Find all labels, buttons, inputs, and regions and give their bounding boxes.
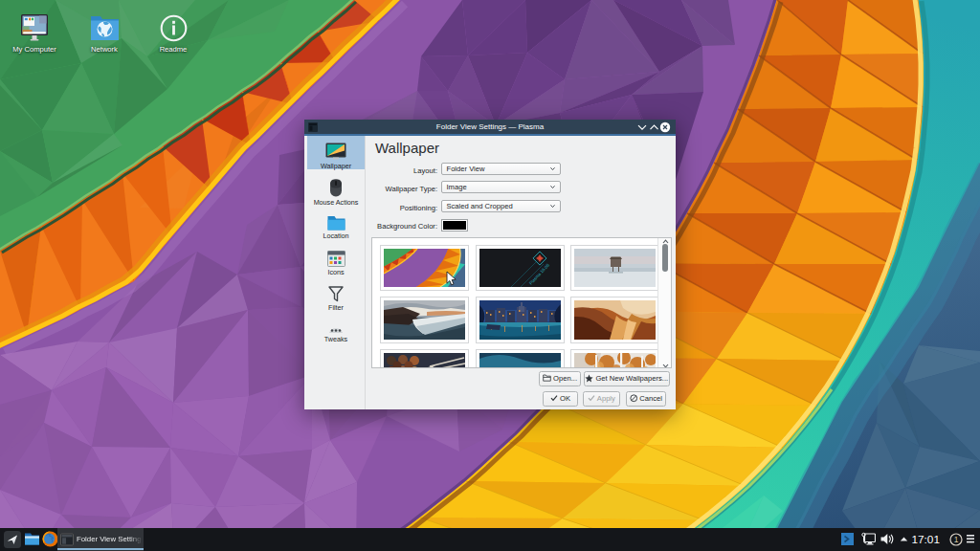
svg-text:1: 1 — [954, 535, 959, 544]
